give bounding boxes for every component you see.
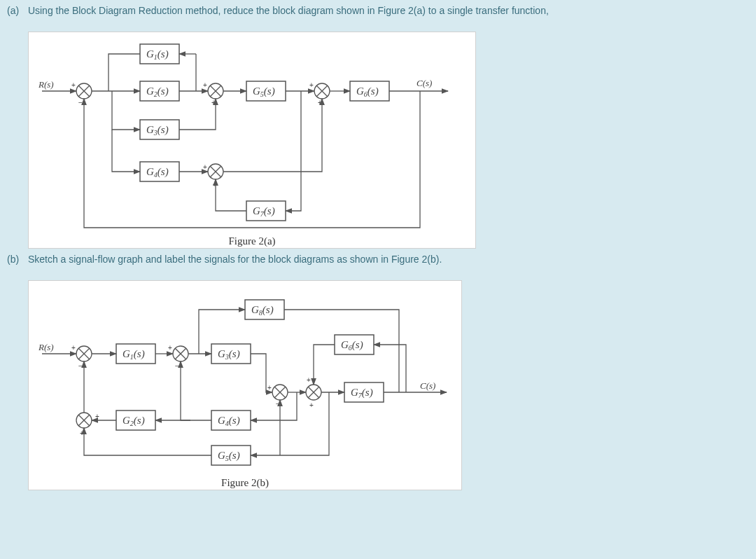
svg-text:+: + <box>307 376 311 384</box>
block-b-g8: G8(s) <box>245 300 284 319</box>
figure-2b: R(s) C(s) +− +− +− ++ ++ G1(s) G3(s) G8(… <box>28 280 462 490</box>
sum-s3: ++ <box>309 81 330 106</box>
question-a: (a) Using the Block Diagram Reduction me… <box>0 0 756 29</box>
svg-text:+: + <box>309 81 314 89</box>
svg-text:G7(s): G7(s) <box>253 205 275 218</box>
block-b-g1: G1(s) <box>116 344 155 364</box>
svg-text:G5(s): G5(s) <box>218 450 240 462</box>
svg-text:G8(s): G8(s) <box>251 304 274 317</box>
block-b-g5: G5(s) <box>211 446 251 465</box>
block-b-g6: G6(s) <box>335 335 374 354</box>
sum-b1: +− <box>71 344 92 370</box>
output-label-a: C(s) <box>416 78 432 88</box>
figure-2b-caption: Figure 2(b) <box>28 476 462 489</box>
output-label-b: C(s) <box>420 380 435 391</box>
block-b-g4: G4(s) <box>211 410 251 430</box>
sum-s4: ++ <box>203 163 223 188</box>
input-label-b: R(s) <box>38 342 54 352</box>
svg-text:+: + <box>168 344 172 352</box>
block-b-g2: G2(s) <box>116 410 155 430</box>
block-diagram-b: R(s) C(s) +− +− +− ++ ++ G1(s) G3(s) G8(… <box>28 280 462 474</box>
svg-text:+: + <box>318 99 322 106</box>
svg-text:G2(s): G2(s) <box>146 85 169 98</box>
svg-text:+: + <box>213 181 217 188</box>
question-b-label: (b) <box>7 253 25 266</box>
svg-text:G7(s): G7(s) <box>351 387 373 399</box>
question-b-text: Sketch a signal-flow graph and label the… <box>28 254 442 265</box>
svg-text:G4(s): G4(s) <box>146 166 169 179</box>
svg-text:+: + <box>267 384 272 392</box>
svg-text:+: + <box>203 81 207 89</box>
svg-text:G4(s): G4(s) <box>218 415 240 427</box>
block-g4: G4(s) <box>140 162 179 181</box>
block-g2: G2(s) <box>140 81 179 101</box>
block-g7: G7(s) <box>246 201 286 221</box>
svg-text:+: + <box>211 99 216 106</box>
svg-text:+: + <box>71 81 76 89</box>
sum-b5: ++ <box>76 413 99 437</box>
svg-text:−: − <box>78 362 83 370</box>
block-g3: G3(s) <box>140 120 179 139</box>
svg-text:G1(s): G1(s) <box>122 348 145 361</box>
block-b-g3: G3(s) <box>211 344 251 364</box>
svg-text:+: + <box>95 413 99 420</box>
block-g5: G5(s) <box>246 81 286 101</box>
question-a-label: (a) <box>7 4 25 18</box>
block-g6: G6(s) <box>350 81 389 101</box>
sum-s2: ++ <box>203 81 223 106</box>
question-b: (b) Sketch a signal-flow graph and label… <box>0 249 756 277</box>
svg-text:+: + <box>71 344 76 352</box>
svg-text:G1(s): G1(s) <box>146 48 169 61</box>
svg-text:G6(s): G6(s) <box>341 339 363 352</box>
svg-text:−: − <box>175 362 179 370</box>
svg-text:+: + <box>309 401 314 409</box>
sum-b2: +− <box>168 344 188 370</box>
block-diagram-a: R(s) C(s) +− ++ ++ ++ G1(s) G2(s) G3(s) … <box>28 32 476 232</box>
sum-s1: +− <box>71 81 92 106</box>
block-b-g7: G7(s) <box>344 382 384 402</box>
svg-text:G5(s): G5(s) <box>253 85 275 98</box>
svg-text:G2(s): G2(s) <box>122 415 145 427</box>
svg-text:G3(s): G3(s) <box>218 348 240 361</box>
svg-text:−: − <box>276 400 280 408</box>
input-label-a: R(s) <box>38 79 54 90</box>
block-g1: G1(s) <box>140 44 179 64</box>
svg-text:+: + <box>80 429 84 437</box>
figure-2a-caption: Figure 2(a) <box>28 234 476 247</box>
svg-text:+: + <box>203 163 207 171</box>
svg-text:−: − <box>78 99 83 106</box>
question-a-text: Using the Block Diagram Reduction method… <box>28 5 549 16</box>
svg-text:G3(s): G3(s) <box>146 124 169 137</box>
sum-b3: +− <box>267 384 288 408</box>
svg-text:G6(s): G6(s) <box>356 85 379 98</box>
figure-2a: R(s) C(s) +− ++ ++ ++ G1(s) G2(s) G3(s) … <box>28 32 476 249</box>
